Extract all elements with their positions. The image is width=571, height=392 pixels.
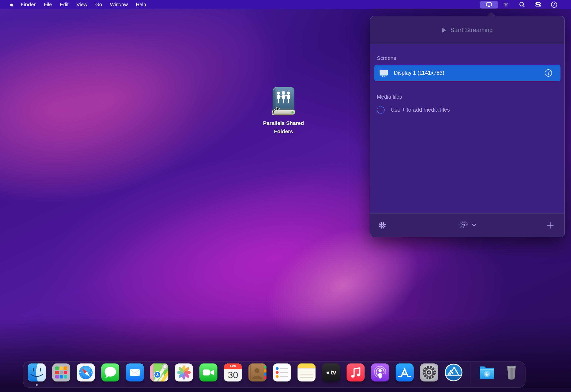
screen-mirroring-menu-extra[interactable] — [480, 1, 498, 9]
display-icon — [379, 69, 388, 77]
help-glyph: ? — [459, 221, 469, 231]
dock: APR 30 — [23, 361, 525, 388]
launchpad-icon — [52, 363, 70, 381]
dock-item-messages[interactable] — [101, 363, 119, 381]
display-info-button[interactable]: i — [545, 69, 552, 77]
screens-section-title: Screens — [374, 55, 560, 61]
mail-icon — [126, 363, 144, 381]
streaming-popover: Start Streaming Screens Display 1 (1141x… — [370, 16, 565, 237]
calendar-day: 30 — [224, 369, 242, 381]
dock-item-system-preferences[interactable] — [420, 363, 438, 381]
dock-item-downloads[interactable] — [478, 363, 496, 381]
menu-item-app[interactable]: Finder — [17, 0, 40, 9]
chevron-down-icon[interactable] — [472, 224, 476, 227]
finder-icon — [28, 363, 46, 381]
control-center-icon — [534, 1, 542, 8]
popover-footer: ? — [370, 213, 564, 237]
dock-item-notes[interactable] — [298, 363, 316, 381]
reminders-icon — [273, 363, 291, 381]
apple-tv-icon: tv — [322, 363, 340, 381]
dock-item-photos[interactable] — [175, 363, 193, 381]
system-preferences-icon — [420, 363, 438, 381]
safari-icon — [77, 363, 95, 381]
search-icon — [519, 1, 525, 8]
menu-bar: Finder File Edit View Go Window Help — [0, 0, 571, 9]
dock-item-finder[interactable] — [28, 363, 46, 381]
media-placeholder-icon — [377, 106, 385, 114]
podcasts-icon — [371, 363, 389, 381]
media-hint-label: Use + to add media files — [391, 107, 450, 113]
dock-item-safari[interactable] — [77, 363, 95, 381]
apple-glyph — [326, 370, 330, 375]
apple-icon — [9, 2, 14, 8]
menu-item-file[interactable]: File — [40, 0, 56, 9]
dock-item-apple-tv[interactable]: tv — [322, 363, 340, 381]
screen-bottom-strip — [0, 388, 571, 392]
calendar-icon: APR 30 — [224, 363, 242, 381]
clock-icon — [550, 1, 558, 9]
dock-item-calendar[interactable]: APR 30 — [224, 363, 242, 381]
calendar-month: APR — [224, 363, 242, 369]
wifi-warning-menu-extra[interactable] — [498, 1, 514, 9]
wifi-warning-icon — [502, 1, 510, 8]
add-media-button[interactable] — [546, 222, 554, 229]
desktop: Finder File Edit View Go Window Help — [0, 0, 571, 392]
trash-icon — [502, 363, 520, 381]
clock-menu-extra[interactable] — [546, 1, 562, 9]
parallels-icon — [445, 363, 463, 381]
start-streaming-button[interactable]: Start Streaming — [370, 16, 564, 44]
dock-item-reminders[interactable] — [273, 363, 291, 381]
shared-drive-icon — [268, 86, 299, 116]
dock-item-music[interactable] — [347, 363, 365, 381]
dock-item-trash[interactable] — [502, 363, 520, 381]
dock-item-podcasts[interactable] — [371, 363, 389, 381]
menu-bar-status — [480, 1, 562, 9]
notes-icon — [298, 363, 316, 381]
media-section-title: Media files — [374, 94, 560, 100]
menu-item-window[interactable]: Window — [106, 0, 132, 9]
display-label: Display 1 (1141x783) — [394, 70, 444, 76]
menu-item-view[interactable]: View — [73, 0, 91, 9]
dock-item-contacts[interactable] — [248, 363, 266, 381]
music-icon — [347, 363, 365, 381]
dock-item-app-store[interactable] — [396, 363, 414, 381]
app-store-icon — [396, 363, 414, 381]
dock-item-launchpad[interactable] — [52, 363, 70, 381]
start-streaming-label: Start Streaming — [450, 27, 493, 34]
screen-row-display-1[interactable]: Display 1 (1141x783) i — [374, 65, 560, 81]
downloads-folder-icon — [478, 363, 496, 381]
dock-item-maps[interactable] — [150, 363, 168, 381]
messages-icon — [101, 363, 119, 381]
screen-mirroring-icon — [485, 2, 493, 8]
control-center-menu-extra[interactable] — [530, 1, 546, 9]
info-glyph: i — [548, 71, 549, 75]
menu-item-edit[interactable]: Edit — [56, 0, 72, 9]
menu-bar-left: Finder File Edit View Go Window Help — [9, 0, 150, 9]
photos-icon — [175, 363, 193, 381]
menu-item-help[interactable]: Help — [132, 0, 150, 9]
spotlight-menu-extra[interactable] — [514, 1, 530, 9]
menu-item-go[interactable]: Go — [91, 0, 106, 9]
dock-item-parallels[interactable] — [445, 363, 463, 381]
apple-menu[interactable] — [9, 1, 15, 8]
shortcut-label: Parallels Shared Folders — [260, 119, 307, 135]
finder-running-indicator — [36, 384, 38, 386]
footer-center-group: ? — [459, 220, 476, 230]
contacts-icon — [248, 363, 266, 381]
maps-icon — [150, 363, 168, 381]
settings-gear-button[interactable] — [378, 221, 386, 229]
apple-tv-label: tv — [331, 369, 336, 376]
dock-item-mail[interactable] — [126, 363, 144, 381]
desktop-shortcut-parallels-shared-folders[interactable]: Parallels Shared Folders — [260, 86, 307, 135]
play-icon — [442, 28, 446, 33]
facetime-icon — [199, 363, 217, 381]
dock-item-facetime[interactable] — [199, 363, 217, 381]
airplay-scan-help-button[interactable]: ? — [459, 220, 469, 230]
dock-separator — [470, 363, 470, 384]
media-empty-row: Use + to add media files — [374, 106, 560, 114]
popover-body: Screens Display 1 (1141x783) i Media fil… — [370, 44, 564, 213]
